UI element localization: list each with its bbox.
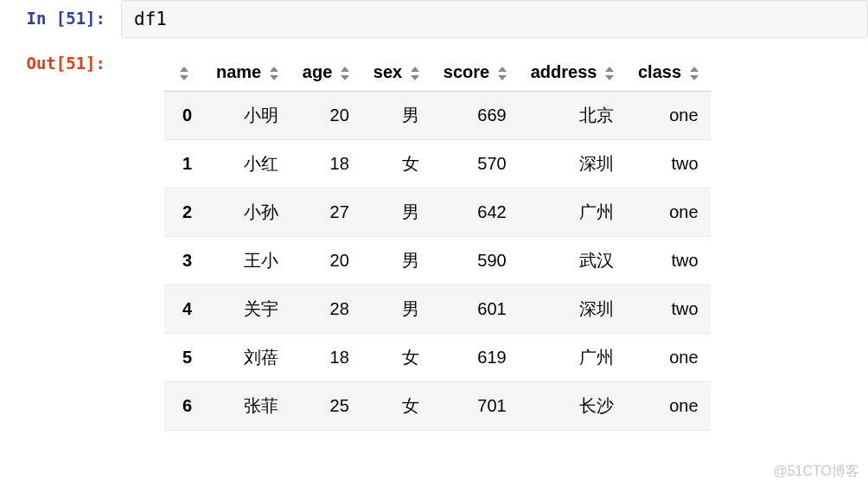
cell-class: two — [626, 285, 711, 334]
cell-class: one — [626, 334, 711, 382]
in-prompt: In [51]: — [0, 0, 121, 36]
col-header-address[interactable]: address — [519, 54, 626, 92]
sort-icon — [341, 67, 349, 80]
cell-sex: 女 — [361, 140, 431, 189]
cell-age: 18 — [290, 140, 361, 189]
row-index: 4 — [164, 285, 204, 334]
code-input[interactable]: df1 — [121, 0, 868, 38]
cell-class: two — [626, 140, 711, 189]
cell-sex: 男 — [361, 189, 431, 237]
output-cell-row: Out[51]: name age sex score address clas… — [0, 45, 868, 431]
cell-sex: 男 — [361, 285, 431, 334]
out-prompt-close: ]: — [86, 54, 105, 73]
table-row: 0小明20男669北京one — [164, 92, 711, 140]
cell-score: 590 — [431, 237, 519, 285]
cell-age: 20 — [290, 92, 361, 140]
cell-name: 王小 — [204, 237, 290, 285]
cell-address: 广州 — [519, 189, 626, 237]
in-prompt-number: 51 — [66, 9, 86, 28]
dataframe-table: name age sex score address class 0小明20男6… — [164, 54, 711, 431]
header-row: name age sex score address class — [164, 54, 711, 92]
row-index: 0 — [164, 92, 204, 140]
output-area: name age sex score address class 0小明20男6… — [121, 45, 868, 431]
cell-name: 小明 — [204, 92, 290, 140]
cell-sex: 男 — [361, 92, 431, 140]
in-prompt-label: In [ — [26, 9, 66, 28]
table-row: 2小孙27男642广州one — [164, 189, 711, 237]
out-prompt-label: Out[ — [26, 54, 66, 73]
table-row: 5刘蓓18女619广州one — [164, 334, 711, 382]
cell-class: two — [626, 237, 711, 285]
col-header-score[interactable]: score — [431, 54, 519, 92]
cell-address: 深圳 — [519, 140, 626, 189]
table-head: name age sex score address class — [164, 54, 711, 92]
table-row: 4关宇28男601深圳two — [164, 285, 711, 334]
watermark: @51CTO博客 — [773, 463, 859, 481]
table-row: 6张菲25女701长沙one — [164, 382, 711, 431]
table-body: 0小明20男669北京one1小红18女570深圳two2小孙27男642广州o… — [164, 92, 711, 431]
input-cell-row: In [51]: df1 — [0, 0, 868, 38]
row-index: 5 — [164, 334, 204, 382]
cell-class: one — [626, 92, 711, 140]
cell-name: 刘蓓 — [204, 334, 290, 382]
row-index: 1 — [164, 140, 204, 189]
out-prompt-number: 51 — [66, 54, 86, 73]
sort-icon — [690, 67, 699, 80]
cell-score: 669 — [431, 92, 519, 140]
col-header-sex[interactable]: sex — [361, 54, 431, 92]
out-prompt: Out[51]: — [0, 45, 121, 81]
cell-sex: 女 — [361, 334, 431, 382]
sort-icon — [411, 67, 419, 80]
cell-address: 深圳 — [519, 285, 626, 334]
cell-name: 张菲 — [204, 382, 290, 431]
table-row: 1小红18女570深圳two — [164, 140, 711, 189]
row-index: 3 — [164, 237, 204, 285]
cell-sex: 男 — [361, 237, 431, 285]
sort-icon — [498, 67, 507, 80]
cell-name: 关宇 — [204, 285, 290, 334]
cell-age: 28 — [290, 285, 361, 334]
col-header-class[interactable]: class — [626, 54, 711, 92]
corner-header[interactable] — [164, 54, 204, 92]
in-prompt-close: ]: — [86, 9, 105, 28]
sort-icon — [180, 67, 188, 80]
col-header-age[interactable]: age — [290, 54, 361, 92]
cell-address: 武汉 — [519, 237, 626, 285]
cell-score: 601 — [431, 285, 519, 334]
cell-score: 570 — [431, 140, 519, 189]
cell-sex: 女 — [361, 382, 431, 431]
cell-name: 小红 — [204, 140, 290, 189]
cell-age: 20 — [290, 237, 361, 285]
cell-age: 25 — [290, 382, 361, 431]
cell-name: 小孙 — [204, 189, 290, 237]
cell-score: 619 — [431, 334, 519, 382]
cell-class: one — [626, 189, 711, 237]
sort-icon — [270, 67, 278, 80]
sort-icon — [605, 67, 614, 80]
cell-age: 27 — [290, 189, 361, 237]
col-header-name[interactable]: name — [204, 54, 290, 92]
table-row: 3王小20男590武汉two — [164, 237, 711, 285]
cell-address: 广州 — [519, 334, 626, 382]
row-index: 2 — [164, 189, 204, 237]
row-index: 6 — [164, 382, 204, 431]
cell-score: 642 — [431, 189, 519, 237]
code-input-text: df1 — [134, 9, 167, 29]
cell-score: 701 — [431, 382, 519, 431]
cell-address: 长沙 — [519, 382, 626, 431]
cell-class: one — [626, 382, 711, 431]
cell-age: 18 — [290, 334, 361, 382]
cell-address: 北京 — [519, 92, 626, 140]
